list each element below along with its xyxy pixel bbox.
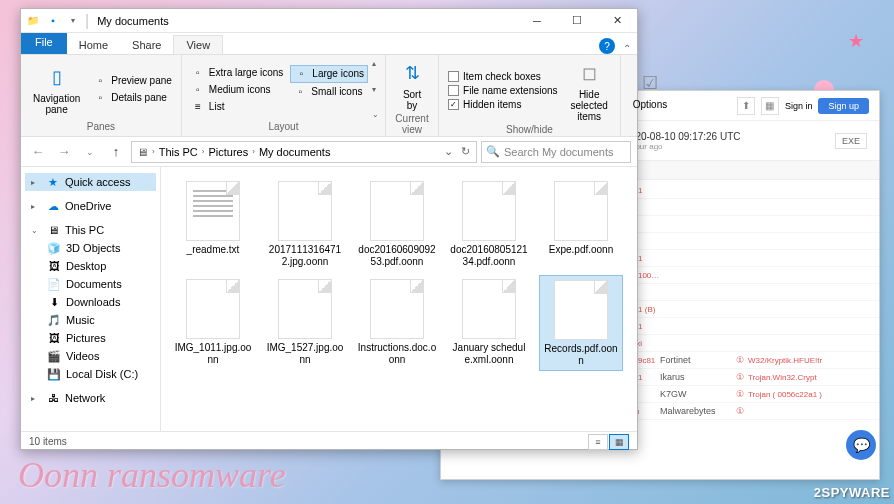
- back-button[interactable]: ←: [27, 141, 49, 163]
- sidebar-item-label: Videos: [66, 350, 99, 362]
- file-thumbnail-icon: [278, 181, 332, 241]
- file-item[interactable]: IMG_1527.jpg.oonn: [263, 275, 347, 371]
- chat-button[interactable]: 💬: [846, 430, 876, 460]
- file-tab[interactable]: File: [21, 33, 67, 54]
- maximize-button[interactable]: ☐: [557, 9, 597, 33]
- tab-view[interactable]: View: [173, 35, 223, 54]
- threat-name: W32/Kryptik.HFUE!tr: [748, 356, 822, 365]
- file-item[interactable]: 20171113164712.jpg.oonn: [263, 177, 347, 271]
- sidebar-item[interactable]: ⬇Downloads: [25, 293, 156, 311]
- file-item[interactable]: Instructions.doc.oonn: [355, 275, 439, 371]
- ribbon-view: ▯ Navigation pane ▫Preview pane ▫Details…: [21, 55, 637, 137]
- network-icon: 🖧: [46, 391, 60, 405]
- upload-icon[interactable]: ⬆: [737, 97, 755, 115]
- tab-home[interactable]: Home: [67, 36, 120, 54]
- up-button[interactable]: ↑: [105, 141, 127, 163]
- small-icons-icon: ▫: [293, 85, 307, 99]
- file-item[interactable]: Expe.pdf.oonn: [539, 177, 623, 271]
- breadcrumb-seg[interactable]: My documents: [256, 146, 334, 158]
- status-bar: 10 items ≡ ▦: [21, 431, 637, 451]
- file-item[interactable]: doc2016060909253.pdf.oonn: [355, 177, 439, 271]
- layout-scroll-down-icon[interactable]: ▾: [372, 85, 379, 94]
- file-view[interactable]: _readme.txt20171113164712.jpg.oonndoc201…: [161, 167, 637, 431]
- checkbox-icon: [448, 85, 459, 96]
- file-name: Instructions.doc.oonn: [357, 342, 437, 365]
- sidebar-item[interactable]: 🖼Pictures: [25, 329, 156, 347]
- sidebar-item-label: 3D Objects: [66, 242, 120, 254]
- sort-by-button[interactable]: ⇅ Sort by: [392, 57, 432, 113]
- sidebar-item[interactable]: 💾Local Disk (C:): [25, 365, 156, 383]
- item-count: 10 items: [29, 436, 67, 447]
- file-item[interactable]: doc2016080512134.pdf.oonn: [447, 177, 531, 271]
- file-extensions-toggle[interactable]: File name extensions: [445, 84, 561, 97]
- help-icon[interactable]: ?: [599, 38, 615, 54]
- file-name: IMG_1527.jpg.oonn: [265, 342, 345, 365]
- collapse-ribbon-icon[interactable]: ⌃: [623, 43, 631, 54]
- file-item[interactable]: _readme.txt: [171, 177, 255, 271]
- layout-expand-icon[interactable]: ⌄: [372, 110, 379, 119]
- search-input[interactable]: 🔍 Search My documents: [481, 141, 631, 163]
- file-name: doc2016080512134.pdf.oonn: [449, 244, 529, 267]
- preview-pane-button[interactable]: ▫Preview pane: [90, 73, 175, 89]
- qat-dropdown-icon[interactable]: ▾: [65, 13, 81, 29]
- options-button[interactable]: ☑ Options: [627, 57, 673, 121]
- signup-button[interactable]: Sign up: [818, 98, 869, 114]
- sidebar-item[interactable]: 🖼Desktop: [25, 257, 156, 275]
- icons-view-button[interactable]: ▦: [609, 434, 629, 450]
- forward-button[interactable]: →: [53, 141, 75, 163]
- signin-link[interactable]: Sign in: [785, 101, 813, 111]
- small-icons-button[interactable]: ▫Small icons: [290, 84, 368, 100]
- list-button[interactable]: ≡List: [188, 98, 286, 114]
- xl-icons-icon: ▫: [191, 65, 205, 79]
- medium-icons-button[interactable]: ▫Medium icons: [188, 81, 286, 97]
- qat-icon[interactable]: ▪: [45, 13, 61, 29]
- sidebar-item[interactable]: 🧊3D Objects: [25, 239, 156, 257]
- folder-icon: ⬇: [47, 295, 61, 309]
- sidebar-quick-access[interactable]: ▸★Quick access: [25, 173, 156, 191]
- details-view-button[interactable]: ≡: [588, 434, 608, 450]
- sidebar-network[interactable]: ▸🖧Network: [25, 389, 156, 407]
- checkbox-checked-icon: ✓: [448, 99, 459, 110]
- breadcrumb[interactable]: 🖥 › This PC › Pictures › My documents ⌄ …: [131, 141, 477, 163]
- sidebar-item[interactable]: 🎬Videos: [25, 347, 156, 365]
- file-thumbnail-icon: [370, 181, 424, 241]
- hidden-items-toggle[interactable]: ✓Hidden items: [445, 98, 561, 111]
- file-item[interactable]: IMG_1011.jpg.oonn: [171, 275, 255, 371]
- file-thumbnail-icon: [370, 279, 424, 339]
- brand-text: Oonn ransomware: [18, 454, 286, 496]
- breadcrumb-seg[interactable]: Pictures: [205, 146, 251, 158]
- file-item[interactable]: January schedule.xml.oonn: [447, 275, 531, 371]
- file-name: January schedule.xml.oonn: [449, 342, 529, 365]
- file-name: Records.pdf.oonn: [542, 343, 620, 366]
- folder-icon: 🎵: [47, 313, 61, 327]
- sidebar-item-label: Documents: [66, 278, 122, 290]
- file-item[interactable]: Records.pdf.oonn: [539, 275, 623, 371]
- breadcrumb-dropdown-icon[interactable]: ⌄: [440, 145, 457, 158]
- decorative-star: ★: [848, 30, 864, 52]
- sidebar-this-pc[interactable]: ⌄🖥This PC: [25, 221, 156, 239]
- sidebar-item[interactable]: 📄Documents: [25, 275, 156, 293]
- ribbon-tabs: File Home Share View ? ⌃: [21, 33, 637, 55]
- window-titlebar: 📁 ▪ ▾ | My documents ─ ☐ ✕: [21, 9, 637, 33]
- minimize-button[interactable]: ─: [517, 9, 557, 33]
- sort-icon: ⇅: [398, 59, 426, 87]
- hide-icon: ◻: [575, 59, 603, 87]
- breadcrumb-seg[interactable]: This PC: [156, 146, 201, 158]
- threat-name: Trojan.Win32.Crypt: [748, 373, 817, 382]
- details-pane-button[interactable]: ▫Details pane: [90, 90, 175, 106]
- extra-large-icons-button[interactable]: ▫Extra large icons: [188, 64, 286, 80]
- hide-selected-button[interactable]: ◻ Hide selected items: [565, 57, 614, 124]
- grid-icon[interactable]: ▦: [761, 97, 779, 115]
- refresh-icon[interactable]: ↻: [457, 145, 474, 158]
- sidebar-item[interactable]: 🎵Music: [25, 311, 156, 329]
- recent-dropdown[interactable]: ⌄: [79, 141, 101, 163]
- navigation-pane-button[interactable]: ▯ Navigation pane: [27, 57, 86, 121]
- close-button[interactable]: ✕: [597, 9, 637, 33]
- file-thumbnail-icon: [462, 279, 516, 339]
- tab-share[interactable]: Share: [120, 36, 173, 54]
- layout-scroll-up-icon[interactable]: ▴: [372, 59, 379, 68]
- item-checkboxes-toggle[interactable]: Item check boxes: [445, 70, 561, 83]
- show-hide-group-label: Show/hide: [445, 124, 614, 137]
- large-icons-button[interactable]: ▫Large icons: [290, 65, 368, 83]
- sidebar-onedrive[interactable]: ▸☁OneDrive: [25, 197, 156, 215]
